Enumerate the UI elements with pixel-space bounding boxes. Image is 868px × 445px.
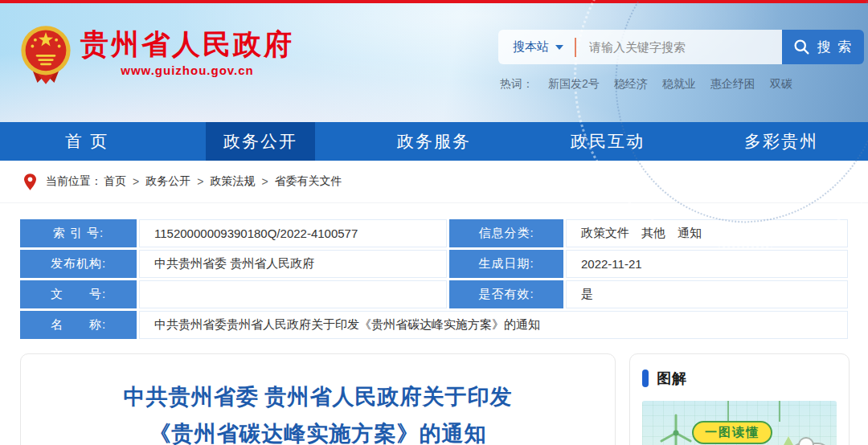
infographic-thumbnail[interactable]: 一图读懂 CO₂ xyxy=(642,401,837,445)
sidebar-card: 图解 一图读懂 CO₂ xyxy=(629,353,850,445)
article-title: 中共贵州省委 贵州省人民政府关于印发 《贵州省碳达峰实施方案》的通知 xyxy=(21,378,615,445)
hotword-link[interactable]: 新国发2号 xyxy=(548,77,600,92)
sidebar-heading-row: 图解 xyxy=(642,369,837,388)
hotword-link[interactable]: 稳经济 xyxy=(614,77,648,92)
hotwords-label: 热词： xyxy=(500,77,534,92)
breadcrumb-current: 省委有关文件 xyxy=(275,174,342,189)
meta-label-category: 信息分类: xyxy=(449,219,563,247)
breadcrumb-separator: > xyxy=(261,175,268,188)
meta-value-index: 11520000009390180Q/2022-4100577 xyxy=(139,219,447,247)
meta-value-date: 2022-11-21 xyxy=(566,250,848,278)
page: 贵州省人民政府 www.guizhou.gov.cn 搜本站 搜 索 xyxy=(0,0,868,445)
nav-item-label: 政务公开 xyxy=(206,122,315,161)
meta-value-agency: 中共贵州省委 贵州省人民政府 xyxy=(139,250,447,278)
breadcrumb-home[interactable]: 首页 xyxy=(104,174,126,189)
search-scope-dropdown[interactable]: 搜本站 xyxy=(513,39,563,55)
breadcrumb-label: 当前位置： xyxy=(46,174,102,189)
meta-label-valid: 是否有效: xyxy=(449,280,563,308)
content-row: 中共贵州省委 贵州省人民政府关于印发 《贵州省碳达峰实施方案》的通知 图解 xyxy=(20,353,850,445)
hotword-link[interactable]: 稳就业 xyxy=(662,77,696,92)
nav-item-label: 首 页 xyxy=(47,122,126,161)
search-button[interactable]: 搜 索 xyxy=(782,30,864,64)
hotword-link[interactable]: 惠企纾困 xyxy=(710,77,755,92)
meta-value-docnum xyxy=(139,280,447,308)
search-field: 搜本站 xyxy=(498,30,782,64)
breadcrumb-separator: > xyxy=(197,175,203,188)
search-icon xyxy=(793,39,810,55)
nav-item-home[interactable]: 首 页 xyxy=(0,122,174,161)
meta-label-docnum: 文 号: xyxy=(20,280,137,308)
breadcrumb-separator: > xyxy=(133,175,139,188)
search-button-label: 搜 索 xyxy=(817,38,854,56)
meta-value-valid: 是 xyxy=(566,280,848,308)
article-title-line1: 中共贵州省委 贵州省人民政府关于印发 xyxy=(21,378,615,415)
site-url: www.guizhou.gov.cn xyxy=(80,63,294,77)
search-divider xyxy=(575,38,576,57)
location-pin-icon xyxy=(24,174,36,190)
nav-item-label: 政务服务 xyxy=(379,122,489,161)
article-card: 中共贵州省委 贵州省人民政府关于印发 《贵州省碳达峰实施方案》的通知 xyxy=(20,353,616,445)
meta-value-name: 中共贵州省委贵州省人民政府关于印发《贵州省碳达峰实施方案》的通知 xyxy=(139,311,848,339)
meta-label-index: 索 引 号: xyxy=(20,219,137,247)
wind-turbine-icon xyxy=(660,412,692,445)
breadcrumb-policy[interactable]: 政策法规 xyxy=(210,174,255,189)
nav-item-gov-services[interactable]: 政务服务 xyxy=(347,122,521,161)
search-scope-label: 搜本站 xyxy=(513,39,549,55)
sidebar-heading: 图解 xyxy=(657,369,687,388)
badge-string xyxy=(779,401,780,422)
hotword-link[interactable]: 双碳 xyxy=(770,77,792,92)
site-header: 贵州省人民政府 www.guizhou.gov.cn 搜本站 搜 索 xyxy=(0,0,868,122)
site-title[interactable]: 贵州省人民政府 xyxy=(80,29,294,59)
breadcrumb-gov-info[interactable]: 政务公开 xyxy=(145,174,190,189)
meta-label-name: 名 称: xyxy=(20,311,137,339)
hotwords-row: 热词： 新国发2号 稳经济 稳就业 惠企纾困 双碳 xyxy=(500,77,792,92)
nav-item-gov-info[interactable]: 政务公开 xyxy=(174,122,347,161)
section-marker-icon xyxy=(642,369,649,387)
infographic-badge: 一图读懂 xyxy=(692,421,772,444)
search-bar: 搜本站 搜 索 xyxy=(498,30,864,64)
meta-label-date: 生成日期: xyxy=(449,250,563,278)
meta-label-agency: 发布机构: xyxy=(20,250,137,278)
article-title-line2: 《贵州省碳达峰实施方案》的通知 xyxy=(21,415,615,445)
search-input[interactable] xyxy=(588,39,771,55)
site-logo[interactable]: 贵州省人民政府 www.guizhou.gov.cn xyxy=(18,22,294,87)
chevron-down-icon xyxy=(555,45,563,50)
national-emblem-icon xyxy=(18,22,74,87)
badge-string xyxy=(727,401,729,422)
